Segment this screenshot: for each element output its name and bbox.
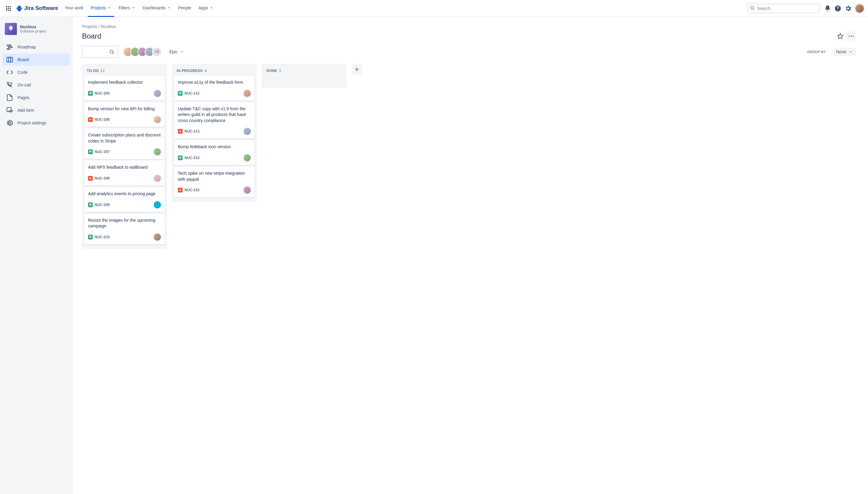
epic-filter-button[interactable]: Epic [166,48,187,56]
issue-card[interactable]: Tech spike on new stripe integration wit… [174,167,254,197]
groupby-select[interactable]: None [833,48,856,56]
assignee-avatar[interactable] [154,90,161,97]
issue-card[interactable]: Update T&C copy with v1.9 from the write… [174,102,254,139]
add-column-button[interactable] [351,64,362,75]
sidebar-item-pages[interactable]: Pages [2,92,70,103]
settings-icon [6,119,13,127]
top-navigation: Jira Software Your workProjectsFiltersDa… [0,0,868,17]
svg-marker-24 [837,34,843,39]
sidebar-item-label: Add item [17,108,34,113]
column-header[interactable]: IN PROGRESS4 [173,67,255,76]
sidebar-item-code[interactable]: Code [2,66,70,78]
issue-type-bug-icon [178,129,183,134]
main-content: Projects / Nucleus Board +3 [72,17,868,494]
sidebar-item-add-item[interactable]: Add item [2,104,70,116]
assignee-avatar[interactable] [154,201,161,208]
help-button[interactable] [833,4,843,13]
issue-card[interactable]: Bump fedeback icon versionNUC-214 [174,140,254,165]
chevron-down-icon [131,6,136,10]
chevron-down-icon [849,50,853,54]
breadcrumb-parent[interactable]: Projects [82,24,97,29]
issue-card[interactable]: Resize the images for the upcoming campa… [85,214,165,244]
project-icon [5,23,17,35]
nav-item-projects[interactable]: Projects [88,0,114,17]
sidebar-item-label: On-call [17,82,31,87]
assignee-avatar[interactable] [154,233,161,241]
nav-item-people[interactable]: People [175,0,195,17]
sidebar-item-roadmap[interactable]: Roadmap [2,41,70,53]
issue-title: Bump version for new API for billing [88,106,161,112]
nav-item-label: Apps [199,5,208,10]
nav-item-apps[interactable]: Apps [196,0,217,17]
issue-card[interactable]: Add analytics events to pricing pageNUC-… [85,187,165,212]
issue-type-story-icon [178,155,183,160]
issue-card[interactable]: Implement feedback collectorNUC-205 [85,76,165,101]
project-header[interactable]: Nucleus Software project [2,23,70,41]
issue-title: Bump fedeback icon version [178,144,251,150]
issue-title: Implement feedback collector [88,79,161,86]
issue-title: Create subscription plans and discount c… [88,132,161,144]
jira-logo[interactable]: Jira Software [16,5,58,12]
app-switcher-button[interactable] [4,4,13,13]
plus-icon [354,66,360,72]
issue-type-bug-icon [88,117,93,122]
assignee-avatar[interactable] [243,90,251,97]
issue-key: NUC-210 [95,235,110,239]
issue-key: NUC-214 [184,156,200,160]
column-header[interactable]: DONE2 [263,67,345,76]
global-search[interactable] [747,4,820,13]
sidebar-item-project-settings[interactable]: Project settings [2,117,70,129]
breadcrumb: Projects / Nucleus [82,24,856,29]
svg-point-30 [90,119,91,120]
issue-card[interactable]: Add NPS feedback to wallboardNUC-208 [85,161,165,186]
svg-rect-4 [8,8,9,9]
assignee-avatar[interactable] [154,148,161,155]
issue-card[interactable]: Bump version for new API for billingNUC-… [85,102,165,127]
issue-card[interactable]: Improve a11y of the feedback formNUC-212 [174,76,254,101]
svg-rect-1 [8,6,9,7]
svg-point-9 [751,6,754,9]
board-search[interactable] [82,46,118,58]
additem-icon [6,107,13,114]
issue-title: Resize the images for the upcoming campa… [88,217,161,229]
assignee-avatar[interactable] [154,175,161,182]
issue-key: NUC-207 [95,150,110,154]
assignee-avatar[interactable] [154,116,161,123]
svg-point-28 [110,50,113,53]
jira-logo-text: Jira Software [24,5,58,12]
search-input[interactable] [747,4,820,13]
search-icon [750,5,755,11]
svg-rect-3 [6,8,7,9]
assignee-avatar[interactable] [243,187,251,194]
nav-item-label: Your work [65,5,84,10]
settings-button[interactable] [843,4,853,13]
svg-rect-6 [6,10,7,11]
svg-rect-5 [10,8,11,9]
issue-key: NUC-215 [184,188,200,192]
issue-type-bug-icon [88,176,93,181]
column-header[interactable]: TO DO12 [84,67,165,76]
groupby-value: None [836,50,846,54]
nav-items: Your workProjectsFiltersDashboardsPeople… [62,0,216,17]
assignee-avatar[interactable] [243,154,251,162]
nav-item-dashboards[interactable]: Dashboards [140,0,174,17]
svg-rect-13 [8,47,12,48]
nav-item-filters[interactable]: Filters [115,0,138,17]
nav-item-your-work[interactable]: Your work [62,0,87,17]
gear-icon [845,5,852,12]
column-name: DONE [266,69,277,73]
more-button[interactable] [846,31,856,41]
sidebar-item-board[interactable]: Board [2,54,70,66]
rocket-icon [7,25,15,33]
assignee-avatar[interactable] [243,128,251,135]
more-icon [848,33,854,39]
issue-card[interactable]: Create subscription plans and discount c… [85,129,165,159]
avatar-filter-more[interactable]: +3 [152,47,162,57]
app-switcher-icon [5,5,12,12]
column-count: 2 [279,69,281,73]
breadcrumb-current: Nucleus [101,24,116,29]
star-button[interactable] [835,31,845,41]
notifications-button[interactable] [823,4,832,13]
profile-avatar[interactable] [855,4,864,13]
sidebar-item-on-call[interactable]: On-call [2,79,70,91]
